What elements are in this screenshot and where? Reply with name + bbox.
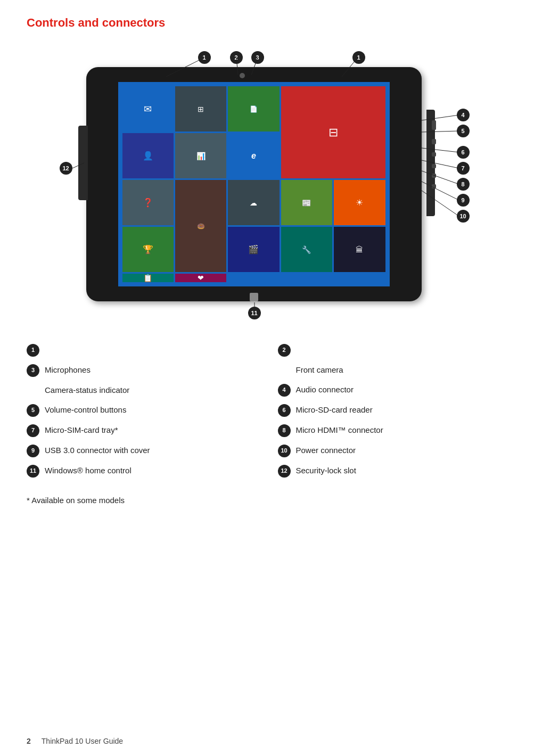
desc-sub-camera: Camera-status indicator <box>45 384 257 397</box>
right-desc-column: 2 Front camera 4 Audio connector 6 Micro… <box>278 344 508 485</box>
diagram-callout-10: 10 <box>457 210 470 223</box>
diagram-callout-4: 4 <box>457 109 470 121</box>
desc-text-12: Security-lock slot <box>296 465 356 477</box>
desc-item-2: 2 <box>278 344 508 357</box>
desc-text-8: Micro HDMI™ connector <box>296 424 383 437</box>
windows-button <box>250 293 258 301</box>
right-notch-2 <box>432 139 436 144</box>
callout-badge-6: 6 <box>278 404 291 417</box>
footnote: * Available on some models <box>27 496 507 505</box>
desc-item-3: 3 Microphones <box>27 364 257 377</box>
callout-badge-11: 11 <box>27 465 39 478</box>
desc-text-9: USB 3.0 connector with cover <box>45 445 150 457</box>
diagram-callout-12: 12 <box>60 162 72 175</box>
desc-item-12: 12 Security-lock slot <box>278 465 508 478</box>
diagram-callout-6: 6 <box>457 146 470 159</box>
diagram-callout-2: 2 <box>230 51 243 64</box>
diagram-callout-5: 5 <box>457 125 470 137</box>
left-desc-column: 1 3 Microphones Camera-status indicator … <box>27 344 257 485</box>
diagram-callout-7: 7 <box>457 162 470 175</box>
desc-item-7: 7 Micro-SIM-card tray* <box>27 424 257 437</box>
desc-text-5: Volume-control buttons <box>45 404 126 416</box>
desc-text-4: Audio connector <box>296 384 354 396</box>
desc-item-8: 8 Micro HDMI™ connector <box>278 424 508 437</box>
diagram-callout-3: 3 <box>251 51 264 64</box>
camera-dot <box>240 73 245 78</box>
callout-badge-12: 12 <box>278 465 291 478</box>
page-footer: 2 ThinkPad 10 User Guide <box>27 737 123 745</box>
page-title: Controls and connectors <box>27 16 507 30</box>
callout-badge-7: 7 <box>27 424 39 437</box>
desc-item-6: 6 Micro-SD-card reader <box>278 404 508 417</box>
callout-badge-3: 3 <box>27 364 39 377</box>
diagram-callout-1a: 1 <box>198 51 211 64</box>
desc-text-11: Windows® home control <box>45 465 132 477</box>
right-notch-5 <box>432 174 436 178</box>
diagram-callout-9: 9 <box>457 194 470 207</box>
tablet-screen: ✉ ⊞ 📄 ⊟ 👤 📊 e ❓ 🍩 ☁ 📰 ☀ 🏆 🎬 🔧 🏛 📋 ❤ <box>118 82 390 286</box>
desc-text-6: Micro-SD-card reader <box>296 404 373 416</box>
desc-item-9: 9 USB 3.0 connector with cover <box>27 445 257 457</box>
footer-guide-title: ThinkPad 10 User Guide <box>42 737 123 745</box>
callout-badge-5: 5 <box>27 404 39 417</box>
callout-badge-2: 2 <box>278 344 291 357</box>
callout-badge-9: 9 <box>27 445 39 457</box>
desc-sub-front-camera: Front camera <box>296 364 508 376</box>
desc-text-3: Microphones <box>45 364 91 376</box>
footer-page-number: 2 <box>27 737 31 745</box>
callout-badge-8: 8 <box>278 424 291 437</box>
right-notch-1 <box>432 120 436 130</box>
right-notch-4 <box>432 164 436 168</box>
desc-item-10: 10 Power connector <box>278 445 508 457</box>
callout-badge-1: 1 <box>27 344 39 357</box>
callout-badge-10: 10 <box>278 445 291 457</box>
callout-badge-4: 4 <box>278 384 291 397</box>
description-area: 1 3 Microphones Camera-status indicator … <box>27 344 507 485</box>
desc-text-7: Micro-SIM-card tray* <box>45 424 118 437</box>
left-connector-area <box>78 126 88 200</box>
desc-item-1: 1 <box>27 344 257 357</box>
desc-item-4: 4 Audio connector <box>278 384 508 397</box>
desc-item-5: 5 Volume-control buttons <box>27 404 257 417</box>
right-notch-3 <box>432 152 436 157</box>
desc-item-11: 11 Windows® home control <box>27 465 257 478</box>
right-notch-6 <box>432 184 436 188</box>
diagram-callout-11: 11 <box>248 307 261 319</box>
diagram-callout-8: 8 <box>457 178 470 191</box>
diagram-callout-1b: 1 <box>352 51 365 64</box>
desc-text-10: Power connector <box>296 445 356 457</box>
tablet-body: ✉ ⊞ 📄 ⊟ 👤 📊 e ❓ 🍩 ☁ 📰 ☀ 🏆 🎬 🔧 🏛 📋 ❤ <box>86 67 422 301</box>
diagram-area: ✉ ⊞ 📄 ⊟ 👤 📊 e ❓ 🍩 ☁ 📰 ☀ 🏆 🎬 🔧 🏛 📋 ❤ <box>38 46 496 323</box>
